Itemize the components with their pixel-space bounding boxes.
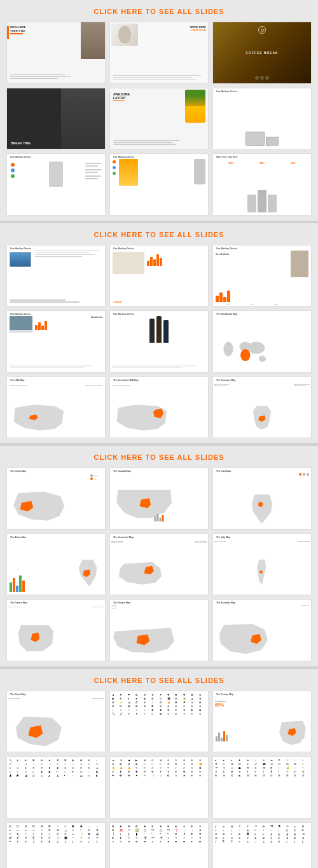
ic: ☩ bbox=[286, 770, 293, 773]
slide-4[interactable]: BREAK TIME bbox=[6, 88, 106, 150]
ic: ❢ bbox=[183, 832, 190, 836]
ic: ☐ bbox=[278, 762, 285, 766]
slide-russia[interactable]: The Russia Map Your TextSun ShineTow Bay bbox=[109, 599, 209, 661]
ic: ❤ bbox=[199, 832, 206, 836]
slide-13[interactable]: Our Mockup Device Social media bbox=[6, 310, 106, 373]
ic: № bbox=[263, 825, 270, 828]
bar-chart-11 bbox=[147, 253, 205, 266]
section-1-header[interactable]: CLICK HERE TO SEE ALL SLIDES bbox=[6, 8, 312, 15]
section-1-header-suffix: TO SEE ALL SLIDES bbox=[143, 8, 225, 15]
screen-10 bbox=[10, 252, 31, 266]
dot-1 bbox=[113, 160, 116, 163]
usa-svg bbox=[9, 399, 69, 435]
slide-china[interactable]: The China Map Population Capital bbox=[6, 467, 106, 530]
dot-blue bbox=[11, 169, 15, 172]
ic: ☔ bbox=[215, 766, 222, 769]
ic: ⚡ bbox=[80, 832, 87, 836]
icon-cell: ☮ bbox=[160, 701, 167, 704]
slide-europe[interactable]: The Europe Map Data Analysis 69% bbox=[212, 691, 312, 753]
social-label: Social Media bbox=[216, 253, 229, 256]
ic: ⊙ bbox=[175, 759, 182, 762]
section-2: CLICK HERE TO SEE ALL SLIDES Our Mockup … bbox=[0, 223, 318, 444]
slide-14[interactable]: Our Mockup Device bbox=[109, 310, 209, 373]
section-2-header[interactable]: CLICK HERE TO SEE ALL SLIDES bbox=[6, 231, 312, 238]
ic: √ bbox=[215, 840, 222, 843]
slide-12[interactable]: Our Mockup Device Social Media Flickr Tu… bbox=[212, 245, 312, 307]
ic: ✗ bbox=[112, 770, 119, 773]
icon-cell: ❂ bbox=[151, 705, 158, 708]
slide-venezuela[interactable]: The Venezuela Map WRITE ATTLPLE ONEWRITE… bbox=[109, 534, 209, 596]
slide-africa[interactable]: The Africa Map bbox=[6, 534, 106, 596]
ic: ❉ bbox=[191, 825, 198, 828]
slide-2[interactable]: WRITE HERE YOUR TITLE bbox=[109, 22, 209, 84]
icon-cell: ☁ bbox=[191, 697, 198, 700]
click-here-label-3[interactable]: CLICK HERE bbox=[93, 453, 142, 461]
slide-australia[interactable]: The Australia Map Finished 2016 bbox=[212, 599, 312, 661]
slide-icons-4[interactable]: ♠♥♦♣★☆☀☁☂☃☄☇ ☈☉☊☋☌☍☎☏☐☑☒☓ ☔☕☖☗☘☙☚☛☜☝☞☟ ☠… bbox=[212, 756, 312, 818]
slide-10[interactable]: Our Mockup Device bbox=[6, 245, 106, 307]
germany-labels: WRITE ATTENTION SECTIONWRITE ATTLPLS ONE… bbox=[214, 383, 310, 386]
ic: ⍰ bbox=[294, 829, 301, 832]
brazil-labels: WRITE ATTLPLE ONE WRITE ATTLPLE ONE bbox=[8, 698, 104, 699]
ic: ≰ bbox=[254, 836, 261, 839]
icon-cell: ⚙ bbox=[112, 701, 119, 704]
slide-16[interactable]: The USA Map WRITE ATTENTION SECTION WRIT… bbox=[6, 376, 106, 439]
slide-8[interactable]: Our Mockup Device bbox=[109, 153, 209, 216]
slide-india[interactable]: The India Map bbox=[212, 467, 312, 530]
phone-s1 bbox=[247, 195, 256, 212]
ic: ≮ bbox=[238, 836, 245, 839]
slide-9[interactable]: Slide Your Text Here 38% 44% 18% bbox=[212, 153, 312, 216]
ic: ⬅ bbox=[41, 766, 48, 769]
ic: ☞ bbox=[294, 766, 301, 769]
section-3-header[interactable]: CLICK HERE TO SEE ALL SLIDES bbox=[6, 453, 312, 461]
click-here-label-2[interactable]: CLICK HERE bbox=[93, 231, 142, 238]
slide-icons-3[interactable]: ▲▼◀▶⊕⊖⊗⊘⊙⊚⊛⊜ ⊝⊞⊟⊠✂✃✄✆✇✈✉✊ ✋✌✍✎✏✐✑✒✓✔✕✖ ✗… bbox=[109, 756, 209, 818]
section-2-slides-grid: Our Mockup Device Our Mockup De bbox=[6, 245, 312, 439]
phone-s3 bbox=[268, 195, 277, 212]
ic: ◉ bbox=[48, 770, 55, 773]
pineapple-phone bbox=[119, 159, 138, 186]
slide-11[interactable]: Our Mockup Device + Upgrade bbox=[109, 245, 209, 307]
icon-cell: ⊗ bbox=[167, 705, 174, 708]
ic: ♦ bbox=[231, 759, 238, 762]
section-2-suffix: TO SEE ALL SLIDES bbox=[143, 231, 225, 238]
slide-france[interactable]: The France Map WRITE ATTLPLE ONE WRITE A… bbox=[6, 599, 106, 661]
ic: ∝ bbox=[238, 840, 245, 843]
ic: ≵ bbox=[294, 836, 301, 839]
ic: ★ bbox=[247, 759, 254, 762]
slide-icons-6[interactable]: ✿❀❁❂❃❄❅❆❇❈❉❊ ❋❌❍❎❏❐❑❒❓❔❕❖ ❗❘❙❚❛❜❝❞❡❢❣❤ ❥… bbox=[109, 822, 209, 869]
ic: ❘ bbox=[120, 832, 127, 836]
slide-icons-1[interactable]: ▲♣❤✿⊕★✦✚✖✤✿⊛ ◆☀♠♦☯⊗⊙☎✉✍☁★ ⚙⚡☁♻✈♫☮✌☘⚑☏⊞ ⊡… bbox=[109, 691, 209, 753]
click-here-label-4[interactable]: CLICK HERE bbox=[93, 677, 142, 684]
ic: ⚴ bbox=[41, 840, 48, 843]
slide-17[interactable]: The East Cost USA Map WRITE ATTENTION SE… bbox=[109, 376, 209, 439]
italy-labels: WRITE ATTLPLE ONE WRITE ATTLPLE ONE bbox=[214, 541, 310, 542]
slide-1[interactable]: WRiTe HERE YOUR TITLE bbox=[6, 22, 106, 84]
ic: ≢ bbox=[238, 832, 245, 836]
france-title: The France Map bbox=[10, 602, 27, 604]
slide-brazil[interactable]: The Brazil Map WRITE ATTLPLE ONE WRITE A… bbox=[6, 691, 106, 753]
germany-map-title: The Germany Map bbox=[216, 379, 235, 382]
section-4-header[interactable]: CLICK HERE TO SEE ALL SLIDES bbox=[6, 677, 312, 684]
ic: ✞ bbox=[167, 770, 174, 773]
slide-18[interactable]: The Germany Map WRITE ATTENTION SECTIONW… bbox=[212, 376, 312, 439]
slide-canada[interactable]: The Canada Map bbox=[109, 467, 209, 530]
slide-15[interactable]: The Worldwide Map bbox=[212, 310, 312, 373]
slide-5[interactable]: AWESOME LAYOUT bbox=[109, 88, 209, 150]
slide-icons-7[interactable]: ƒin@©®™№℃℉℗℘℞ ⍟⍦⍧⍨⍩⍫⍬⍭⍮⍯⍰Ω ⊕⊗≡≢≣≤≥≦≧≨≩≪ … bbox=[212, 822, 312, 869]
venezuela-labels: WRITE ATTLPLE ONEWRITE ATTLPLE ONE WRITE… bbox=[111, 541, 207, 543]
slide-3[interactable]: COFFEE BREAK bbox=[212, 22, 312, 84]
worldwide-map-title: The Worldwide Map bbox=[216, 313, 237, 315]
slide-italy[interactable]: The Italy Map WRITE ATTLPLE ONE WRITE AT… bbox=[212, 534, 312, 596]
section-4-suffix: TO SEE ALL SLIDES bbox=[143, 677, 225, 684]
slide-icons-2[interactable]: 🔍✦♣❤⊕★⚙✖✚✿⊛↑ ↗→↘↓↙←↖↕↔⇒⇐⇑ ⇓⇔⇕➡⬅⬆⬇↺↻⟳⟲⊿ △… bbox=[6, 756, 106, 818]
usa-base bbox=[14, 404, 64, 430]
orange-bar-small bbox=[113, 100, 125, 101]
icon-cell: ⊘ bbox=[175, 705, 182, 708]
bottles-group bbox=[149, 316, 169, 343]
slide-7[interactable]: Our Mockup Device bbox=[6, 153, 106, 216]
click-here-label[interactable]: CLICK HERE bbox=[93, 8, 142, 15]
ic: ➦ bbox=[183, 840, 190, 843]
slide-6[interactable]: Our Mockup Device WRITE TEXT HERE bbox=[212, 88, 312, 150]
slide-icons-5[interactable]: ⚀⚁⚂⚃⚄⚅⚆⚇⚈⚉⚊⚋ ⚌⚍⚎⚏⚐⚑⚒⚓⚔⚕⚖⚗ ⚘⚙⚚⚛⚜⚝⚞⚟⚠⚡⚢⚣ ⚤… bbox=[6, 822, 106, 869]
